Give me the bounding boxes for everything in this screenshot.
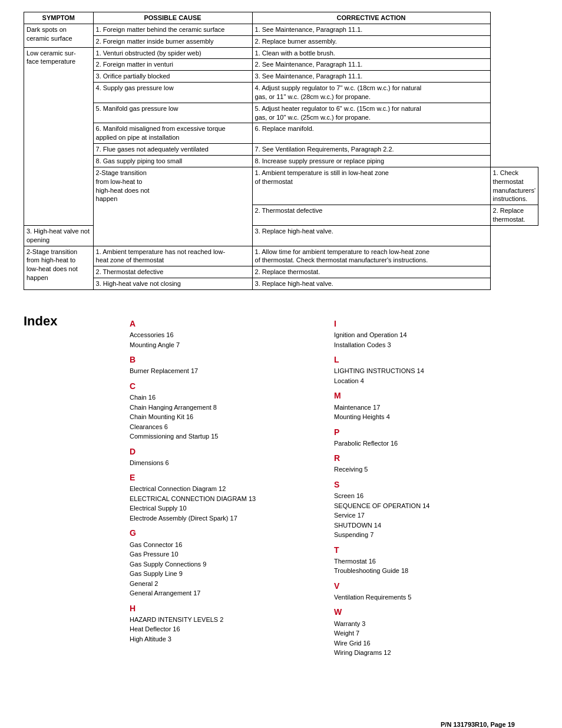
cause-cell: 1. Ambient temperature is still in low-h…: [252, 167, 490, 205]
action-cell: 2. Replace burner assembly.: [252, 35, 490, 47]
table-row: 2-Stage transitionfrom high-heat tolow-h…: [24, 246, 538, 266]
entry-dimensions: Dimensions 6: [130, 458, 328, 468]
entry-shutdown: SHUTDOWN 14: [334, 521, 533, 531]
entry-screen: Screen 16: [334, 491, 533, 501]
letter-h: H: [130, 603, 328, 614]
entry-burner-replacement: Burner Replacement 17: [130, 366, 328, 376]
entry-hazard: HAZARD INTENSITY LEVELS 2: [130, 615, 328, 625]
letter-i: I: [334, 318, 533, 329]
entry-weight: Weight 7: [334, 628, 533, 638]
table-row: Dark spots onceramic surface 1. Foreign …: [24, 24, 538, 35]
letter-w: W: [334, 607, 533, 617]
table-row: Low ceramic sur-face temperature 1. Vent…: [24, 47, 538, 59]
action-cell: 2. Replace thermostat.: [490, 205, 538, 226]
action-cell: 5. Adjust heater regulator to 6" w.c. (1…: [252, 103, 490, 123]
cause-cell: 1. Foreign matter behind the ceramic sur…: [93, 24, 252, 35]
letter-p: P: [334, 427, 533, 437]
entry-suspending: Suspending 7: [334, 530, 533, 540]
table-row: 2. Foreign matter inside burner assembly…: [24, 35, 538, 47]
entry-high-altitude: High Altitude 3: [130, 634, 328, 644]
index-column-1: A Accessories 16 Mounting Angle 7 B Burn…: [130, 314, 334, 658]
symptom-cell: 2-Stage transitionfrom high-heat tolow-h…: [24, 246, 94, 289]
header-action: CORRECTIVE ACTION: [252, 12, 490, 24]
entry-troubleshooting: Troubleshooting Guide 18: [334, 566, 533, 576]
action-cell: 1. Allow time for ambient temperature to…: [252, 246, 490, 266]
entry-gas-connector: Gas Connector 16: [130, 540, 328, 550]
letter-d: D: [130, 446, 328, 457]
entry-lighting: LIGHTING INSTRUCTIONS 14: [334, 366, 533, 376]
entry-electrode: Electrode Assembly (Direct Spark) 17: [130, 513, 328, 523]
table-row: 2. Foreign matter in venturi 2. See Main…: [24, 59, 538, 71]
entry-location: Location 4: [334, 376, 533, 386]
troubleshooting-table: SYMPTOM POSSIBLE CAUSE CORRECTIVE ACTION…: [24, 12, 538, 290]
action-cell: 3. See Maintenance, Paragraph 11.1.: [252, 71, 490, 83]
entry-parabolic: Parabolic Reflector 16: [334, 439, 533, 449]
entry-thermostat: Thermostat 16: [334, 556, 533, 566]
entry-service: Service 17: [334, 510, 533, 521]
letter-m: M: [334, 390, 533, 401]
entry-installation-codes: Installation Codes 3: [334, 340, 533, 350]
entry-gas-supply-line: Gas Supply Line 9: [130, 569, 328, 579]
entry-chain: Chain 16: [130, 393, 328, 403]
cause-cell: 3. High-heat valve not closing: [93, 278, 252, 290]
letter-l: L: [334, 354, 533, 365]
index-section: Index A Accessories 16 Mounting Angle 7 …: [24, 314, 538, 658]
cause-cell: 2. Foreign matter inside burner assembly: [93, 35, 252, 47]
cause-cell: 2. Foreign matter in venturi: [93, 59, 252, 71]
action-cell: 2. See Maintenance, Paragraph 11.1.: [252, 59, 490, 71]
cause-cell: 1. Ambient temperature has not reached l…: [93, 246, 252, 266]
symptom-cell: Low ceramic sur-face temperature: [24, 47, 94, 225]
cause-cell: 3. High-heat valve not opening: [24, 225, 94, 246]
entry-general-arrangement: General Arrangement 17: [130, 588, 328, 598]
table-row: 2. Thermostat defective 2. Replace therm…: [24, 266, 538, 278]
entry-sequence: SEQUENCE OF OPERATION 14: [334, 501, 533, 511]
entry-maintenance: Maintenance 17: [334, 403, 533, 413]
entry-ignition: Ignition and Operation 14: [334, 330, 533, 340]
cause-cell: 5. Manifold gas pressure low: [93, 103, 252, 123]
page-wrapper: SYMPTOM POSSIBLE CAUSE CORRECTIVE ACTION…: [24, 12, 538, 728]
entry-wiring-diagrams: Wiring Diagrams 12: [334, 648, 533, 658]
entry-receiving: Receiving 5: [334, 465, 533, 475]
entry-general: General 2: [130, 579, 328, 589]
entry-gas-pressure: Gas Pressure 10: [130, 549, 328, 559]
symptom-cell: 2-Stage transitionfrom low-heat tohigh-h…: [93, 167, 252, 246]
entry-chain-hanging: Chain Hanging Arrangement 8: [130, 403, 328, 413]
cause-cell: 2. Thermostat defective: [252, 205, 490, 226]
entry-ventilation: Ventilation Requirements 5: [334, 592, 533, 602]
index-column-2: I Ignition and Operation 14 Installation…: [334, 314, 538, 658]
letter-c: C: [130, 381, 328, 391]
table-row: 2-Stage transitionfrom low-heat tohigh-h…: [24, 167, 538, 205]
entry-mounting-heights: Mounting Heights 4: [334, 412, 533, 422]
letter-s: S: [334, 479, 533, 490]
cause-cell: 4. Supply gas pressure low: [93, 83, 252, 103]
entry-elec-supply: Electrical Supply 10: [130, 503, 328, 513]
table-row: 5. Manifold gas pressure low 5. Adjust h…: [24, 103, 538, 123]
entry-wire-grid: Wire Grid 16: [334, 638, 533, 648]
header-cause: POSSIBLE CAUSE: [93, 12, 252, 24]
action-cell: 8. Increase supply pressure or replace p…: [252, 155, 490, 167]
header-symptom: SYMPTOM: [24, 12, 94, 24]
entry-heat-deflector: Heat Deflector 16: [130, 624, 328, 634]
entry-accessories: Accessories 16: [130, 330, 328, 340]
table-row: 3. Orifice partially blocked 3. See Main…: [24, 71, 538, 83]
letter-g: G: [130, 528, 328, 538]
table-row: 4. Supply gas pressure low 4. Adjust sup…: [24, 83, 538, 103]
table-row: 8. Gas supply piping too small 8. Increa…: [24, 155, 538, 167]
entry-elec-diagram: Electrical Connection Diagram 12: [130, 484, 328, 494]
cause-cell: 2. Thermostat defective: [93, 266, 252, 278]
action-cell: 2. Replace thermostat.: [252, 266, 490, 278]
action-cell: 4. Adjust supply regulator to 7" w.c. (1…: [252, 83, 490, 103]
action-cell: 3. Replace high-heat valve.: [252, 225, 490, 246]
symptom-cell: Dark spots onceramic surface: [24, 24, 94, 47]
letter-r: R: [334, 453, 533, 463]
entry-mounting-angle: Mounting Angle 7: [130, 340, 328, 350]
entry-warranty: Warranty 3: [334, 619, 533, 629]
page-footer: P/N 131793R10, Page 19: [441, 721, 515, 728]
letter-t: T: [334, 545, 533, 555]
action-cell: 6. Replace manifold.: [252, 123, 490, 144]
entry-gas-supply-connections: Gas Supply Connections 9: [130, 559, 328, 569]
action-cell: 1. Check thermostat manufacturers' instr…: [490, 167, 538, 205]
entry-elec-diagram-caps: ELECTRICAL CONNECTION DIAGRAM 13: [130, 494, 328, 504]
letter-e: E: [130, 472, 328, 483]
letter-b: B: [130, 354, 328, 365]
